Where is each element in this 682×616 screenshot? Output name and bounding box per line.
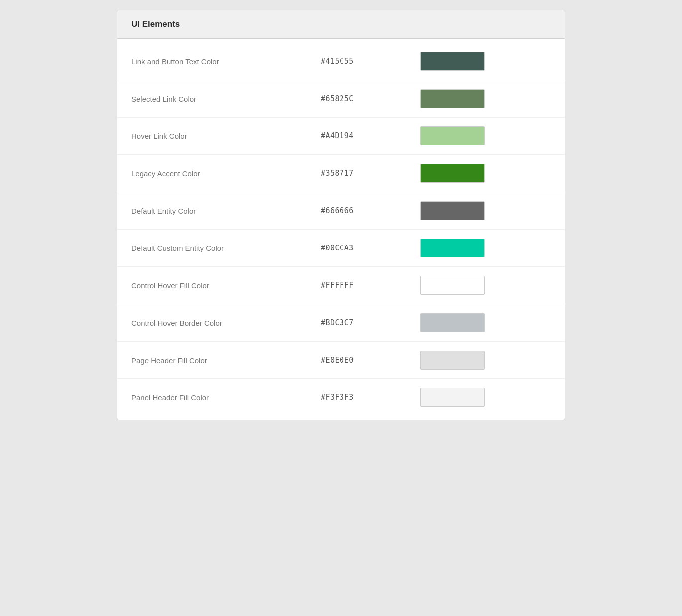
color-row-default-custom-entity-color[interactable]: Default Custom Entity Color#00CCA3 (117, 230, 565, 267)
color-swatch-page-header-fill-color[interactable] (420, 351, 485, 370)
color-hex-default-entity-color: #666666 (321, 206, 420, 215)
color-hex-default-custom-entity-color: #00CCA3 (321, 244, 420, 252)
color-swatch-legacy-accent-color[interactable] (420, 164, 485, 183)
color-swatch-hover-link-color[interactable] (420, 126, 485, 145)
color-hex-control-hover-border-color: #BDC3C7 (321, 318, 420, 327)
color-hex-legacy-accent-color: #358717 (321, 169, 420, 178)
color-hex-link-button-text-color: #415C55 (321, 57, 420, 66)
color-swatch-default-custom-entity-color[interactable] (420, 239, 485, 257)
color-swatch-selected-link-color[interactable] (420, 89, 485, 108)
color-label-default-custom-entity-color: Default Custom Entity Color (131, 244, 321, 252)
color-label-selected-link-color: Selected Link Color (131, 95, 321, 103)
color-label-legacy-accent-color: Legacy Accent Color (131, 169, 321, 178)
color-row-link-button-text-color[interactable]: Link and Button Text Color#415C55 (117, 43, 565, 80)
color-label-link-button-text-color: Link and Button Text Color (131, 57, 321, 66)
panel-header: UI Elements (117, 10, 565, 39)
color-label-panel-header-fill-color: Panel Header Fill Color (131, 393, 321, 402)
color-hex-selected-link-color: #65825C (321, 94, 420, 103)
color-hex-control-hover-fill-color: #FFFFFF (321, 281, 420, 290)
color-hex-hover-link-color: #A4D194 (321, 131, 420, 140)
ui-elements-panel: UI Elements Link and Button Text Color#4… (117, 10, 565, 420)
color-row-hover-link-color[interactable]: Hover Link Color#A4D194 (117, 118, 565, 155)
color-label-hover-link-color: Hover Link Color (131, 132, 321, 140)
color-row-control-hover-border-color[interactable]: Control Hover Border Color#BDC3C7 (117, 304, 565, 342)
color-row-legacy-accent-color[interactable]: Legacy Accent Color#358717 (117, 155, 565, 192)
color-swatch-control-hover-fill-color[interactable] (420, 276, 485, 295)
color-swatch-control-hover-border-color[interactable] (420, 313, 485, 332)
color-swatch-link-button-text-color[interactable] (420, 52, 485, 71)
color-row-default-entity-color[interactable]: Default Entity Color#666666 (117, 192, 565, 230)
color-hex-page-header-fill-color: #E0E0E0 (321, 356, 420, 365)
color-row-page-header-fill-color[interactable]: Page Header Fill Color#E0E0E0 (117, 342, 565, 379)
panel-body: Link and Button Text Color#415C55Selecte… (117, 39, 565, 420)
color-label-control-hover-border-color: Control Hover Border Color (131, 319, 321, 327)
color-label-page-header-fill-color: Page Header Fill Color (131, 356, 321, 365)
color-label-control-hover-fill-color: Control Hover Fill Color (131, 281, 321, 290)
color-row-panel-header-fill-color[interactable]: Panel Header Fill Color#F3F3F3 (117, 379, 565, 416)
panel-title: UI Elements (131, 19, 180, 29)
color-swatch-default-entity-color[interactable] (420, 201, 485, 220)
color-row-selected-link-color[interactable]: Selected Link Color#65825C (117, 80, 565, 118)
color-label-default-entity-color: Default Entity Color (131, 207, 321, 215)
color-swatch-panel-header-fill-color[interactable] (420, 388, 485, 407)
color-hex-panel-header-fill-color: #F3F3F3 (321, 393, 420, 402)
color-row-control-hover-fill-color[interactable]: Control Hover Fill Color#FFFFFF (117, 267, 565, 304)
